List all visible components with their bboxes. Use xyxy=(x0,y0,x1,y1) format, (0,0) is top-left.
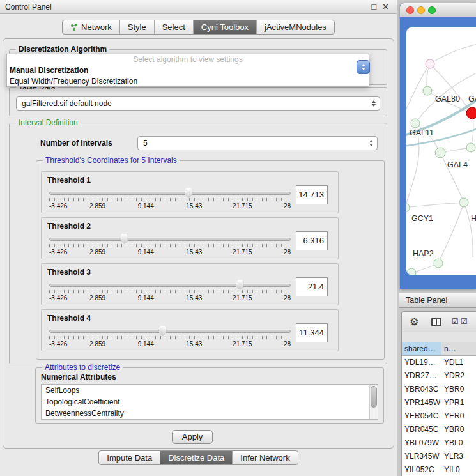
cell[interactable]: YIL0 xyxy=(441,463,476,476)
slider-thumb[interactable] xyxy=(236,280,244,290)
number-of-intervals-combobox[interactable]: 5 xyxy=(137,136,378,150)
table-data-combobox[interactable]: galFiltered.sif default node xyxy=(16,96,380,111)
network-node[interactable] xyxy=(411,119,420,128)
table-row[interactable]: YBL079WYBL0 xyxy=(402,436,476,450)
table-row[interactable]: YER054CYER0 xyxy=(402,410,476,423)
tab-impute-data[interactable]: Impute Data xyxy=(99,451,160,464)
threshold-4-label: Threshold 4 xyxy=(47,314,91,323)
scale-label: 21.715 xyxy=(233,295,252,302)
threshold-1-value-field[interactable]: 14.713 xyxy=(296,185,328,204)
scale-label: 21.715 xyxy=(233,249,252,256)
cell[interactable]: YBR043C xyxy=(402,383,441,396)
cyni-toolbox-panel: Discretization Algorithm Select algorith… xyxy=(3,38,394,449)
table-row[interactable]: YLR345WYLR3 xyxy=(402,450,476,463)
table-row[interactable]: YBR045CYBR0 xyxy=(402,423,476,436)
table-row[interactable]: YIL052CYIL0 xyxy=(402,463,476,476)
tab-select[interactable]: Select xyxy=(155,20,194,34)
cell[interactable]: YER0 xyxy=(441,410,476,423)
tab-cyni-toolbox[interactable]: Cyni Toolbox xyxy=(194,20,257,34)
algorithm-option-manual[interactable]: Manual Discretization xyxy=(7,65,369,76)
tab-network[interactable]: Network xyxy=(63,20,120,34)
cell[interactable]: YBL079W xyxy=(402,436,441,450)
cell[interactable]: YDR2 xyxy=(441,369,476,383)
network-canvas[interactable]: GAL80 GA GAL11 GAL4 GCY1 HAP2 H xyxy=(406,27,476,275)
tab-style[interactable]: Style xyxy=(120,20,155,34)
column-header-name[interactable]: n… xyxy=(441,342,476,355)
slider-track[interactable] xyxy=(49,330,291,333)
network-node-selected[interactable] xyxy=(466,107,476,119)
cell[interactable]: YLR345W xyxy=(402,450,441,463)
slider-thumb[interactable] xyxy=(158,326,167,336)
column-header-shared-name[interactable]: shared… xyxy=(402,342,441,355)
scale-label: -3.426 xyxy=(49,249,67,256)
slider-ticks xyxy=(49,198,291,201)
network-node[interactable] xyxy=(459,198,468,207)
algorithm-combobox-stepper[interactable] xyxy=(357,60,370,74)
threshold-3-value-field[interactable]: 21.4 xyxy=(296,277,328,296)
network-node[interactable] xyxy=(423,86,432,95)
list-item[interactable]: SelfLoops xyxy=(42,385,378,396)
cell[interactable]: YPR145W xyxy=(402,396,441,410)
network-edges[interactable] xyxy=(406,44,476,273)
zoom-traffic-light[interactable] xyxy=(428,6,436,14)
attributes-list-scrollbar[interactable] xyxy=(369,385,378,419)
threshold-4-slider[interactable]: -3.426 2.859 9.144 15.43 21.715 28 xyxy=(49,325,291,351)
cell[interactable]: YDL1 xyxy=(441,356,476,369)
threshold-3-slider[interactable]: -3.426 2.859 9.144 15.43 21.715 28 xyxy=(49,279,291,305)
network-node[interactable] xyxy=(466,143,475,152)
threshold-2-slider[interactable]: -3.426 2.859 9.144 15.43 21.715 28 xyxy=(49,233,291,259)
checkbox-icon[interactable]: ☑ xyxy=(452,317,459,326)
list-item[interactable]: BetweennessCentrality xyxy=(42,408,378,419)
slider-thumb[interactable] xyxy=(185,188,193,198)
columns-icon[interactable] xyxy=(431,318,441,326)
tab-infer-network[interactable]: Infer Network xyxy=(233,451,297,464)
float-window-icon[interactable]: □ xyxy=(371,0,376,14)
scrollbar-thumb[interactable] xyxy=(371,386,377,408)
network-node[interactable] xyxy=(434,259,443,268)
control-panel-titlebar[interactable]: Control Panel □ ✕ xyxy=(0,0,397,14)
cell[interactable]: YBR045C xyxy=(402,423,441,436)
tab-jactivemnodules[interactable]: jActiveMNodules xyxy=(257,20,334,34)
cell[interactable]: YDR27… xyxy=(402,369,441,383)
gear-icon[interactable]: ⚙ xyxy=(410,316,418,328)
cell[interactable]: YPR1 xyxy=(441,396,476,410)
slider-track[interactable] xyxy=(49,192,291,195)
table-row[interactable]: YDR27…YDR2 xyxy=(402,369,476,383)
network-icon xyxy=(70,24,78,31)
slider-track[interactable] xyxy=(49,284,291,287)
close-window-icon[interactable]: ✕ xyxy=(382,0,389,14)
tab-discretize-data[interactable]: Discretize Data xyxy=(160,451,233,464)
cell[interactable]: YER054C xyxy=(402,410,441,423)
cell[interactable]: YIL052C xyxy=(402,463,441,476)
cell[interactable]: YLR3 xyxy=(441,450,476,463)
attributes-group: Attributes to discretize Numerical Attri… xyxy=(35,367,384,424)
table-row[interactable]: YPR145WYPR1 xyxy=(402,396,476,410)
apply-button[interactable]: Apply xyxy=(172,430,213,444)
slider-ticks xyxy=(49,336,291,339)
cell[interactable]: YDL19… xyxy=(402,356,441,369)
tab-style-label: Style xyxy=(128,22,146,32)
stepper-down-icon xyxy=(362,68,365,70)
table-row[interactable]: YDL19…YDL1 xyxy=(402,356,476,369)
close-traffic-light[interactable] xyxy=(406,6,414,14)
tab-select-label: Select xyxy=(162,22,185,32)
checkbox-icon[interactable]: ☑ xyxy=(461,317,468,326)
minimize-traffic-light[interactable] xyxy=(417,6,425,14)
list-item[interactable]: TopologicalCoefficient xyxy=(42,396,378,408)
cell[interactable]: YBL0 xyxy=(441,436,476,450)
slider-thumb[interactable] xyxy=(120,234,128,244)
slider-track[interactable] xyxy=(49,238,291,241)
screen: Control Panel □ ✕ Network Style Select C… xyxy=(0,0,476,476)
cell[interactable]: YBR0 xyxy=(441,383,476,396)
network-node[interactable] xyxy=(407,268,416,275)
network-node[interactable] xyxy=(435,148,445,158)
threshold-4-value-field[interactable]: 11.344 xyxy=(296,323,328,342)
network-window-titlebar[interactable] xyxy=(400,3,476,17)
network-node[interactable] xyxy=(406,203,410,212)
algorithm-option-equal-width[interactable]: Equal Width/Frequency Discretization xyxy=(7,76,369,87)
table-row[interactable]: YBR043CYBR0 xyxy=(402,383,476,396)
network-node[interactable] xyxy=(426,59,434,68)
threshold-2-value-field[interactable]: 6.316 xyxy=(296,231,328,250)
threshold-1-slider[interactable]: -3.426 2.859 9.144 15.43 21.715 28 xyxy=(49,187,291,213)
cell[interactable]: YBR0 xyxy=(441,423,476,436)
